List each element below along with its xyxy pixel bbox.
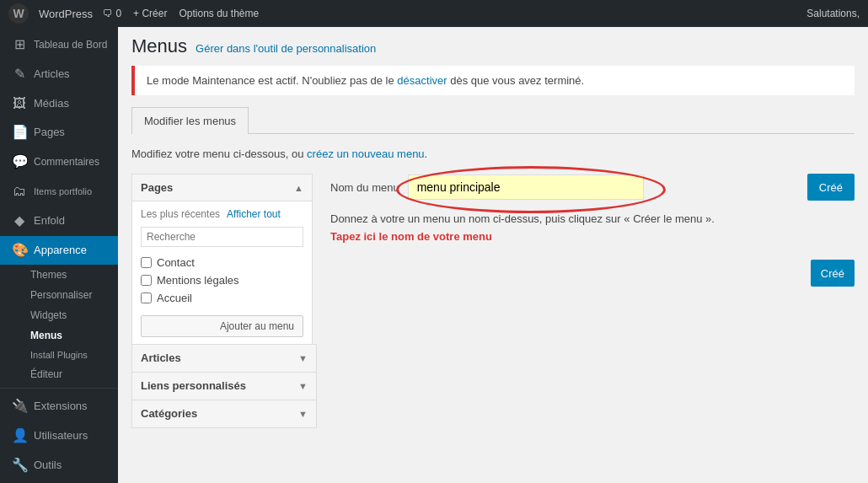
articles-header[interactable]: Articles ▼ — [132, 345, 316, 372]
users-icon: 👤 — [12, 427, 27, 445]
liens-header[interactable]: Liens personnalisés ▼ — [132, 373, 316, 400]
sidebar-sub-editeur[interactable]: Éditeur — [25, 364, 118, 384]
tools-icon: 🔧 — [12, 457, 27, 475]
sidebar-item-extensions[interactable]: 🔌 Extensions — [0, 392, 118, 421]
main-content: Menus Gérer dans l'outil de personnalisa… — [118, 27, 868, 483]
pages-panel-title: Pages — [141, 181, 173, 194]
list-item: Mentions légales — [141, 271, 303, 289]
sidebar-item-articles[interactable]: ✎ Articles — [0, 60, 118, 89]
pages-panel-header[interactable]: Pages ▲ — [132, 174, 312, 201]
layout: ⊞ Tableau de Bord ✎ Articles 🖼 Médias 📄 … — [0, 27, 868, 483]
sidebar-item-medias[interactable]: 🖼 Médias — [0, 89, 118, 119]
page-title-customize-link[interactable]: Gérer dans l'outil de personnalisation — [196, 42, 376, 55]
create-new-menu-link[interactable]: créez un nouveau menu — [307, 148, 424, 160]
menu-hint: Tapez ici le nom de votre menu — [330, 230, 855, 243]
right-panel-bottom: Créé — [330, 260, 855, 287]
sidebar-item-outils[interactable]: 🔧 Outils — [0, 451, 118, 480]
pages-icon: 📄 — [12, 124, 27, 142]
menu-columns: Pages ▲ Les plus récentes Afficher tout — [131, 174, 855, 428]
accueil-label: Accueil — [157, 292, 192, 304]
site-name[interactable]: WordPress — [39, 8, 93, 20]
comments-icon: 💬 — [12, 153, 27, 171]
deactivate-link[interactable]: désactiver — [397, 74, 447, 87]
sidebar-divider-1 — [0, 388, 118, 389]
pages-tab-links: Les plus récentes Afficher tout — [141, 208, 303, 220]
sidebar-item-portfolio[interactable]: 🗂 Items portfolio — [0, 177, 118, 207]
apparence-icon: 🎨 — [12, 242, 27, 260]
pages-search-input[interactable] — [141, 227, 303, 247]
notice-text-after: dès que vous avez terminé. — [447, 74, 585, 87]
extensions-icon: 🔌 — [12, 398, 27, 416]
list-item: Accueil — [141, 289, 303, 307]
liens-title: Liens personnalisés — [141, 379, 246, 392]
sidebar-sub-menus[interactable]: Menus — [25, 325, 118, 346]
sidebar-item-tableau-de-bord[interactable]: ⊞ Tableau de Bord — [0, 30, 118, 60]
sidebar-label-outils: Outils — [34, 459, 62, 473]
maintenance-notice: Le mode Maintenance est actif. N'oubliez… — [131, 66, 855, 95]
pages-chevron-icon: ▲ — [294, 183, 303, 193]
create-link[interactable]: + Créer — [133, 8, 167, 19]
right-panel: Nom du menu Créé Donnez à votre un menu … — [330, 174, 855, 428]
enfold-icon: ◆ — [12, 212, 27, 230]
sidebar-item-enfold[interactable]: ◆ Enfold — [0, 207, 118, 236]
apparence-submenu: Themes Personnaliser Widgets Menus Insta… — [0, 265, 118, 384]
categories-title: Catégories — [141, 407, 197, 420]
admin-bar: W WordPress 🗨 0 + Créer Options du thème… — [0, 0, 868, 27]
sidebar-label-apparence: Apparence — [34, 244, 87, 258]
sidebar-label-extensions: Extensions — [34, 400, 88, 414]
sidebar-sub-install-plugins[interactable]: Install Plugins — [25, 346, 118, 364]
create-menu-button-top[interactable]: Créé — [807, 174, 855, 201]
notice-text: Le mode Maintenance est actif. N'oubliez… — [147, 74, 397, 87]
liens-chevron-icon: ▼ — [298, 381, 308, 391]
all-tab-link[interactable]: Afficher tout — [227, 208, 281, 220]
menu-name-input-wrapper — [408, 174, 644, 200]
desc-end: . — [425, 148, 428, 160]
sidebar-item-utilisateurs[interactable]: 👤 Utilisateurs — [0, 421, 118, 451]
page-title: Menus — [131, 35, 187, 57]
sidebar-item-apparence[interactable]: 🎨 Apparence — [0, 236, 118, 266]
sidebar-sub-themes[interactable]: Themes — [25, 265, 118, 285]
liens-section: Liens personnalisés ▼ — [131, 372, 317, 400]
sidebar-item-commentaires[interactable]: 💬 Commentaires — [0, 148, 118, 177]
wp-logo[interactable]: W — [8, 3, 29, 24]
list-item: Contact — [141, 254, 303, 271]
sidebar-label-commentaires: Commentaires — [34, 156, 99, 169]
sidebar-label-medias: Médias — [34, 97, 69, 111]
create-menu-button-bottom[interactable]: Créé — [811, 260, 855, 287]
dashboard-icon: ⊞ — [12, 36, 27, 54]
theme-options-link[interactable]: Options du thème — [179, 8, 259, 19]
recent-tab[interactable]: Les plus récentes — [141, 208, 220, 220]
categories-header[interactable]: Catégories ▼ — [132, 400, 316, 427]
sidebar-sub-widgets[interactable]: Widgets — [25, 305, 118, 325]
mentions-checkbox[interactable] — [141, 275, 152, 286]
contact-label: Contact — [157, 256, 195, 269]
menu-name-label: Nom du menu — [330, 181, 399, 194]
sidebar-label-utilisateurs: Utilisateurs — [34, 429, 88, 443]
menu-name-input[interactable] — [408, 174, 644, 200]
desc-text: Modifiez votre menu ci-dessous, ou — [131, 148, 307, 160]
sidebar-label-pages: Pages — [34, 126, 65, 140]
content-description: Modifiez votre menu ci-dessous, ou créez… — [131, 148, 855, 160]
categories-section: Catégories ▼ — [131, 400, 317, 428]
tab-modifier-menus[interactable]: Modifier les menus — [131, 107, 249, 134]
pages-panel-body: Les plus récentes Afficher tout Contact — [132, 201, 312, 344]
comment-icon[interactable]: 🗨 0 — [103, 8, 121, 19]
sidebar-label-articles: Articles — [34, 67, 70, 82]
categories-chevron-icon: ▼ — [298, 409, 308, 419]
add-to-menu-button[interactable]: Ajouter au menu — [141, 315, 303, 337]
page-header: Menus Gérer dans l'outil de personnalisa… — [131, 35, 855, 57]
accueil-checkbox[interactable] — [141, 292, 152, 303]
articles-chevron-icon: ▼ — [298, 353, 308, 363]
sidebar-label-enfold: Enfold — [34, 214, 65, 228]
sidebar-item-pages[interactable]: 📄 Pages — [0, 118, 118, 148]
articles-title: Articles — [141, 352, 181, 364]
tab-wrapper: Modifier les menus — [131, 107, 855, 134]
sidebar-label-dashboard: Tableau de Bord — [34, 39, 107, 52]
wp-logo-text: W — [13, 7, 24, 20]
salutations-label: Salutations, — [806, 8, 860, 19]
contact-checkbox[interactable] — [141, 257, 152, 268]
sidebar-label-portfolio: Items portfolio — [34, 185, 92, 197]
menu-name-row: Nom du menu Créé — [330, 174, 855, 201]
sidebar-sub-personnaliser[interactable]: Personnaliser — [25, 285, 118, 305]
medias-icon: 🖼 — [12, 95, 27, 113]
